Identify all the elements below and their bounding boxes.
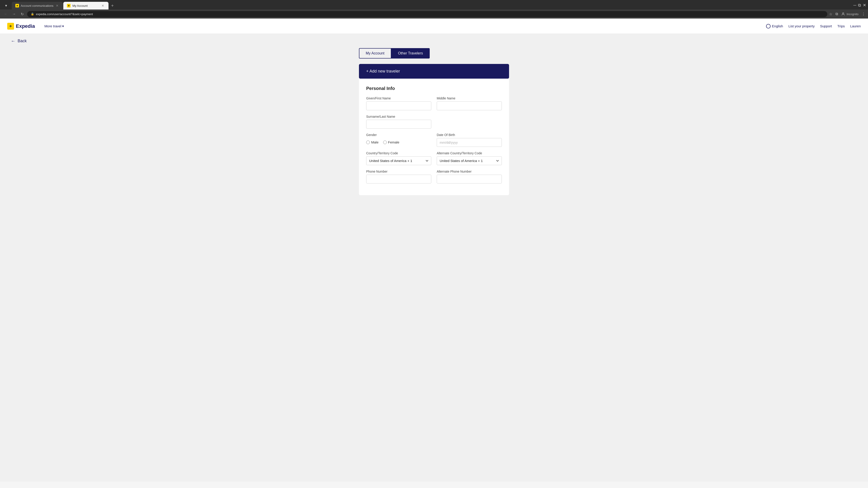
forward-button[interactable]: → <box>11 11 17 17</box>
gender-radio-group: Male Female <box>366 138 431 147</box>
add-traveler-label: + Add new traveler <box>366 69 400 74</box>
more-travel-button[interactable]: More travel ▾ <box>42 23 66 30</box>
more-travel-label: More travel <box>44 24 61 28</box>
tab-account-communications[interactable]: ✈ Account communications ✕ <box>12 2 63 9</box>
url-display: expedia.com/user/account/?&selc=payment <box>36 12 93 16</box>
logo-icon: ✈ <box>7 23 14 30</box>
tab-my-account[interactable]: ✈ My Account ✕ <box>63 2 108 9</box>
middle-name-label: Middle Name <box>437 96 502 100</box>
section-title: Personal Info <box>366 86 502 91</box>
support-label: Support <box>820 24 832 28</box>
given-name-label: Given/First Name <box>366 96 431 100</box>
tab-label-1: Account communications <box>21 4 54 7</box>
gender-dob-row: Gender Male Female Date Of Birth <box>366 133 502 147</box>
given-name-input[interactable] <box>366 101 431 110</box>
refresh-button[interactable]: ↻ <box>19 11 25 17</box>
tab-close-1[interactable]: ✕ <box>55 4 59 8</box>
tab-close-2[interactable]: ✕ <box>101 4 105 8</box>
header-right: English List your property Support Trips… <box>766 24 861 29</box>
site-header: ✈ Expedia More travel ▾ English List you… <box>0 19 868 34</box>
address-bar[interactable]: 🔒 expedia.com/user/account/?&selc=paymen… <box>27 11 827 17</box>
incognito-label: Incognito <box>846 12 859 16</box>
language-selector[interactable]: English <box>766 24 783 29</box>
alt-country-code-label: Alternate Country/Territory Code <box>437 151 502 155</box>
page-content: ✈ Expedia More travel ▾ English List you… <box>0 19 868 482</box>
split-view-icon[interactable]: ⧉ <box>835 12 838 16</box>
my-account-tab[interactable]: My Account <box>359 48 391 59</box>
gender-female-radio[interactable] <box>383 140 387 144</box>
new-tab-button[interactable]: + <box>109 2 116 9</box>
bookmark-icon[interactable]: ☆ <box>829 12 832 16</box>
alt-country-code-group: Alternate Country/Territory Code United … <box>437 151 502 165</box>
surname-group: Surname/Last Name <box>366 115 431 129</box>
language-label: English <box>772 24 783 28</box>
close-window-button[interactable]: ✕ <box>863 3 866 8</box>
more-travel-chevron: ▾ <box>62 24 64 28</box>
surname-row: Surname/Last Name <box>366 115 502 129</box>
back-arrow-icon[interactable]: ← <box>11 38 16 43</box>
trips-label: Trips <box>837 24 845 28</box>
tab-icon-1: ✈ <box>16 4 19 7</box>
logo-text: Expedia <box>16 23 35 29</box>
other-travelers-tab[interactable]: Other Travelers <box>391 48 430 59</box>
phone-label: Phone Number <box>366 170 431 173</box>
country-code-group: Country/Territory Code United States of … <box>366 151 431 165</box>
list-property-link[interactable]: List your property <box>788 24 815 28</box>
personal-info-form: Personal Info Given/First Name Middle Na… <box>359 78 509 195</box>
address-bar-row: ← → ↻ 🔒 expedia.com/user/account/?&selc=… <box>0 9 868 19</box>
trips-link[interactable]: Trips <box>837 24 845 28</box>
back-button[interactable]: ← <box>3 11 9 17</box>
surname-label: Surname/Last Name <box>366 115 431 119</box>
phone-row: Phone Number Alternate Phone Number <box>366 170 502 184</box>
phone-input[interactable] <box>366 175 431 184</box>
gender-male-label: Male <box>371 140 379 144</box>
country-code-label: Country/Territory Code <box>366 151 431 155</box>
back-nav: ← Back <box>0 34 868 48</box>
gender-male-radio[interactable] <box>366 140 370 144</box>
gender-male-option[interactable]: Male <box>366 140 379 144</box>
main-content: My Account Other Travelers + Add new tra… <box>348 48 520 206</box>
tab-label-2: My Account <box>72 4 88 7</box>
incognito-icon: Incognito <box>841 12 859 16</box>
alt-phone-input[interactable] <box>437 175 502 184</box>
dob-label: Date Of Birth <box>437 133 502 137</box>
lock-icon: 🔒 <box>31 12 34 15</box>
alt-phone-group: Alternate Phone Number <box>437 170 502 184</box>
account-tabs: My Account Other Travelers <box>359 48 509 59</box>
toolbar-right: ☆ ⧉ Incognito ⋮ <box>829 12 865 16</box>
middle-name-group: Middle Name <box>437 96 502 110</box>
globe-icon <box>766 24 771 29</box>
browser-chrome: ▼ ✈ Account communications ✕ ✈ My Accoun… <box>0 0 868 19</box>
support-link[interactable]: Support <box>820 24 832 28</box>
minimize-button[interactable]: ─ <box>853 3 856 8</box>
maximize-button[interactable]: ⧉ <box>858 3 861 8</box>
dob-group: Date Of Birth <box>437 133 502 147</box>
middle-name-input[interactable] <box>437 101 502 110</box>
dob-input[interactable] <box>437 138 502 147</box>
alt-country-code-select[interactable]: United States of America + 1 United King… <box>437 156 502 165</box>
gender-female-label: Female <box>388 140 399 144</box>
gender-group: Gender Male Female <box>366 133 431 147</box>
surname-input[interactable] <box>366 120 431 129</box>
alt-phone-label: Alternate Phone Number <box>437 170 502 173</box>
list-property-label: List your property <box>788 24 815 28</box>
country-code-row: Country/Territory Code United States of … <box>366 151 502 165</box>
gender-female-option[interactable]: Female <box>383 140 399 144</box>
svg-point-0 <box>842 13 844 14</box>
tab-list-button[interactable]: ▼ <box>4 3 8 8</box>
main-nav: More travel ▾ <box>42 23 66 30</box>
country-code-select[interactable]: United States of America + 1 United King… <box>366 156 431 165</box>
name-row: Given/First Name Middle Name <box>366 96 502 110</box>
phone-group: Phone Number <box>366 170 431 184</box>
back-label[interactable]: Back <box>18 39 27 43</box>
add-traveler-banner[interactable]: + Add new traveler <box>359 64 509 78</box>
tab-icon-2: ✈ <box>67 4 70 7</box>
user-menu[interactable]: Lauren <box>850 24 861 28</box>
given-name-group: Given/First Name <box>366 96 431 110</box>
logo-area: ✈ Expedia <box>7 23 35 30</box>
user-name: Lauren <box>850 24 861 28</box>
menu-icon[interactable]: ⋮ <box>862 12 865 16</box>
gender-label: Gender <box>366 133 431 137</box>
